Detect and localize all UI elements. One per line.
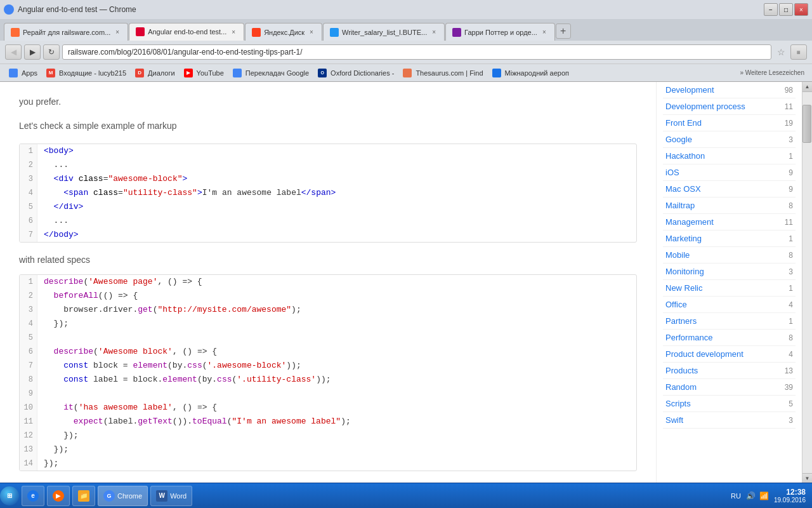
sidebar-item-office[interactable]: Office 4: [663, 297, 796, 313]
youtube-favicon: ▶: [184, 69, 193, 77]
thesaurus-favicon: [403, 69, 412, 77]
sidebar-link-newrelic[interactable]: New Relic: [665, 283, 703, 293]
sidebar-item-monitoring[interactable]: Monitoring 3: [663, 264, 796, 280]
window-controls: − □ ×: [764, 3, 808, 16]
sidebar-item-product-dev[interactable]: Product development 4: [663, 346, 796, 363]
bookmark-oxford[interactable]: O Oxford Dictionaries -: [314, 67, 398, 79]
code-line-1-3: 3 <div class="awesome-block">: [20, 172, 636, 186]
reload-button[interactable]: ↻: [43, 44, 60, 60]
sidebar-count-scripts: 5: [789, 399, 793, 408]
code-line-2-1: 1 describe('Awesome page', () => {: [20, 275, 636, 289]
gmail-favicon: M: [46, 69, 55, 77]
sidebar-link-performance[interactable]: Performance: [665, 333, 712, 342]
sidebar-item-newrelic[interactable]: New Relic 1: [663, 280, 796, 297]
sidebar-link-macosx[interactable]: Mac OSX: [665, 184, 701, 194]
sidebar-item-random[interactable]: Random 39: [663, 379, 796, 396]
tab-hp[interactable]: Гарри Поттер и ордe... ×: [445, 23, 555, 41]
sidebar-item-frontend[interactable]: Front End 19: [663, 115, 796, 131]
new-tab-button[interactable]: +: [556, 23, 571, 39]
tab-writer[interactable]: Writer_salary_list_l.BUTE... ×: [323, 23, 445, 41]
line-num: 1: [20, 275, 37, 289]
sidebar-item-swift[interactable]: Swift 3: [663, 412, 796, 429]
scroll-track[interactable]: [802, 92, 812, 473]
sidebar-link-office[interactable]: Office: [665, 300, 687, 309]
address-bar-row: ◀ ▶ ↻ ☆ ≡: [0, 41, 812, 64]
line-code: });: [37, 429, 85, 443]
sidebar-link-mailtrap[interactable]: Mailtrap: [665, 201, 695, 210]
sidebar-link-marketing[interactable]: Marketing: [665, 234, 702, 243]
scroll-down-button[interactable]: ▼: [802, 473, 812, 483]
tab-yandex[interactable]: Яндекс.Диск ×: [245, 23, 322, 41]
chrome-menu-button[interactable]: ≡: [790, 44, 807, 60]
code-line-1-1: 1 <body>: [20, 144, 636, 158]
code-block-2: 1 describe('Awesome page', () => { 2 bef…: [19, 274, 637, 471]
sidebar-link-ios[interactable]: iOS: [665, 168, 679, 177]
tab-close-angular[interactable]: ×: [230, 28, 237, 36]
code-line-2-13: 13 });: [20, 443, 636, 457]
line-num: 3: [20, 172, 37, 186]
bookmark-translate[interactable]: Перекладач Google: [229, 67, 313, 79]
sidebar-link-frontend[interactable]: Front End: [665, 118, 702, 128]
sidebar-item-mobile[interactable]: Mobile 8: [663, 247, 796, 264]
sidebar-item-development[interactable]: Development 98: [663, 82, 796, 98]
bookmark-airport[interactable]: Міжнародний аероп: [488, 67, 573, 79]
sidebar-item-management[interactable]: Management 11: [663, 214, 796, 231]
sidebar-item-macosx[interactable]: Mac OSX 9: [663, 181, 796, 197]
sidebar-item-ios[interactable]: iOS 9: [663, 164, 796, 181]
forward-button[interactable]: ▶: [24, 44, 41, 60]
line-code: const block = element(by.css('.awesome-b…: [37, 359, 308, 373]
tab-close-writer[interactable]: ×: [430, 28, 438, 36]
bookmark-dialogi[interactable]: D Диалоги: [131, 67, 179, 79]
bookmark-thesaurus[interactable]: Thesaurus.com | Find: [399, 67, 487, 79]
line-code: ...: [37, 214, 75, 228]
sidebar-link-partners[interactable]: Partners: [665, 316, 697, 326]
sidebar-link-product-dev[interactable]: Product development: [665, 349, 743, 359]
maximize-button[interactable]: □: [779, 3, 793, 16]
sidebar-count-newrelic: 1: [789, 284, 793, 293]
close-button[interactable]: ×: [794, 3, 808, 16]
minimize-button[interactable]: −: [764, 3, 778, 16]
sidebar-item-performance[interactable]: Performance 8: [663, 330, 796, 346]
page-scrollbar[interactable]: ▲ ▼: [802, 82, 812, 483]
sidebar-link-swift[interactable]: Swift: [665, 415, 683, 425]
sidebar-link-development[interactable]: Development: [665, 85, 714, 95]
sidebar-link-hackathon[interactable]: Hackathon: [665, 151, 705, 161]
tab-close-hp[interactable]: ×: [540, 28, 548, 36]
line-num: 9: [20, 387, 37, 401]
line-code: <div class="awesome-block">: [37, 172, 193, 186]
sidebar-item-marketing[interactable]: Marketing 1: [663, 231, 796, 247]
sidebar-link-random[interactable]: Random: [665, 382, 697, 392]
tab-railsware[interactable]: Рерайт для railsware.com... ×: [4, 23, 128, 41]
tab-close-yandex[interactable]: ×: [308, 28, 315, 36]
sidebar-count-mobile: 8: [789, 251, 793, 260]
bookmark-apps[interactable]: Apps: [5, 67, 41, 79]
sidebar-link-scripts[interactable]: Scripts: [665, 399, 691, 408]
sidebar-item-dev-process[interactable]: Development process 11: [663, 98, 796, 115]
sidebar-link-dev-process[interactable]: Development process: [665, 102, 745, 111]
tab-close-railsware[interactable]: ×: [114, 28, 121, 36]
sidebar-link-monitoring[interactable]: Monitoring: [665, 267, 704, 276]
sidebar-item-products[interactable]: Products 13: [663, 363, 796, 379]
sidebar-item-google[interactable]: Google 3: [663, 131, 796, 148]
bookmark-star[interactable]: ☆: [774, 45, 788, 59]
sidebar-item-scripts[interactable]: Scripts 5: [663, 396, 796, 412]
bookmarks-more-button[interactable]: » Weitere Lesezeichen: [737, 68, 807, 77]
sidebar: Development 98 Development process 11 Fr…: [656, 82, 802, 483]
back-button[interactable]: ◀: [5, 44, 22, 60]
sidebar-item-mailtrap[interactable]: Mailtrap 8: [663, 197, 796, 214]
address-input[interactable]: [62, 44, 771, 60]
sidebar-link-mobile[interactable]: Mobile: [665, 250, 690, 260]
line-num: 14: [20, 457, 37, 471]
sidebar-link-management[interactable]: Management: [665, 217, 714, 227]
scroll-thumb[interactable]: [802, 105, 811, 143]
scroll-up-button[interactable]: ▲: [802, 82, 812, 92]
sidebar-link-products[interactable]: Products: [665, 366, 698, 375]
line-code: });: [37, 317, 75, 331]
bookmark-youtube[interactable]: ▶ YouTube: [180, 67, 228, 79]
sidebar-item-hackathon[interactable]: Hackathon 1: [663, 148, 796, 164]
window-title: Angular end-to-end test — Chrome: [18, 5, 136, 14]
sidebar-item-partners[interactable]: Partners 1: [663, 313, 796, 330]
sidebar-link-google[interactable]: Google: [665, 135, 692, 144]
bookmark-gmail[interactable]: M Входящие - lucyb215: [43, 67, 130, 79]
tab-angular[interactable]: Angular end-to-end test... ×: [129, 23, 244, 41]
